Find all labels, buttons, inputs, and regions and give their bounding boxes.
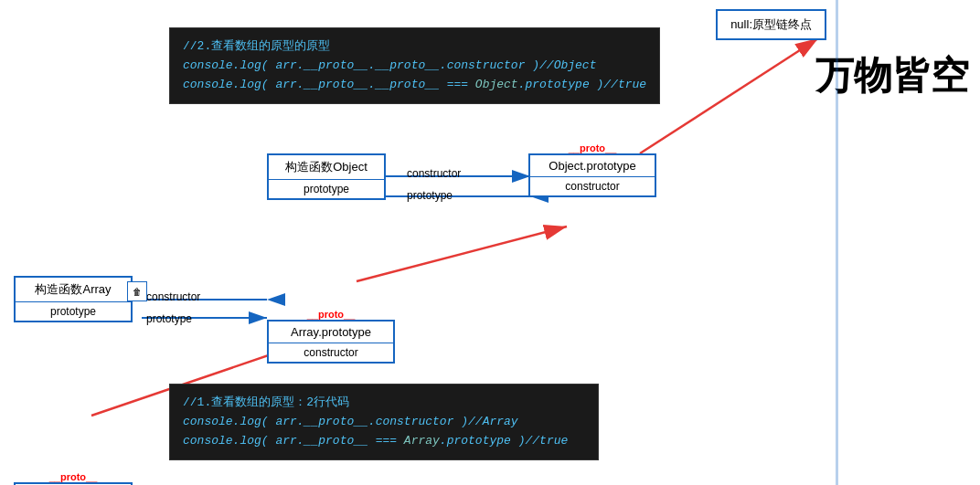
- code-line-2: console.log( arr.__proto__.__proto__.con…: [183, 57, 646, 76]
- null-label: null:原型链终点: [730, 17, 812, 31]
- array-prototype-row1: constructor: [269, 343, 393, 362]
- comment-2: //2.查看数组的原型的原型: [183, 39, 330, 53]
- code-line-3b: console.log( arr.__proto__ === Array.pro…: [183, 432, 585, 451]
- code-line-3: console.log( arr.__proto__.__proto__ ===…: [183, 76, 646, 95]
- comment-1: //1.查看数组的原型：2行代码: [183, 395, 349, 409]
- object-prototype-row1: constructor: [530, 177, 655, 195]
- constructor-label-2: constructor: [146, 290, 200, 303]
- array-constructor-title: 构造函数Array: [16, 278, 131, 302]
- prototype-label-2: prototype: [146, 312, 192, 325]
- wanwu-text: 万物皆空: [815, 50, 969, 101]
- svg-line-6: [357, 227, 567, 281]
- object-constructor-title: 构造函数Object: [269, 155, 384, 180]
- instance-proto-label: __proto__: [49, 471, 98, 482]
- right-panel-border: [836, 0, 838, 485]
- object-prototype-title: Object.prototype: [530, 155, 655, 177]
- null-box: null:原型链终点: [716, 9, 826, 40]
- object-proto-label: __proto__: [569, 142, 617, 153]
- object-constructor-box: 构造函数Object prototype: [267, 153, 386, 200]
- code-line-1: //2.查看数组的原型的原型: [183, 37, 646, 57]
- code-block-1: //1.查看数组的原型：2行代码 console.log( arr.__prot…: [169, 384, 599, 460]
- constructor-label-1: constructor: [407, 167, 461, 180]
- array-constructor-box: ✎ 🗑 构造函数Array prototype: [14, 276, 133, 322]
- array-proto-label: __proto__: [307, 309, 356, 320]
- code-line-2b: console.log( arr.__proto__.constructor )…: [183, 413, 585, 432]
- code-block-2: //2.查看数组的原型的原型 console.log( arr.__proto_…: [169, 27, 660, 104]
- array-constructor-row1: prototype: [16, 302, 131, 321]
- object-constructor-row1: prototype: [269, 180, 384, 198]
- object-prototype-box: __proto__ Object.prototype constructor: [528, 153, 656, 197]
- prototype-label-1: prototype: [407, 189, 453, 202]
- array-prototype-box: __proto__ Array.prototype constructor: [267, 320, 395, 364]
- delete-icon[interactable]: 🗑: [127, 281, 147, 301]
- canvas: //2.查看数组的原型的原型 console.log( arr.__proto_…: [0, 0, 980, 485]
- code-line-1b: //1.查看数组的原型：2行代码: [183, 394, 585, 413]
- svg-line-10: [640, 38, 818, 153]
- array-prototype-title: Array.prototype: [269, 322, 393, 343]
